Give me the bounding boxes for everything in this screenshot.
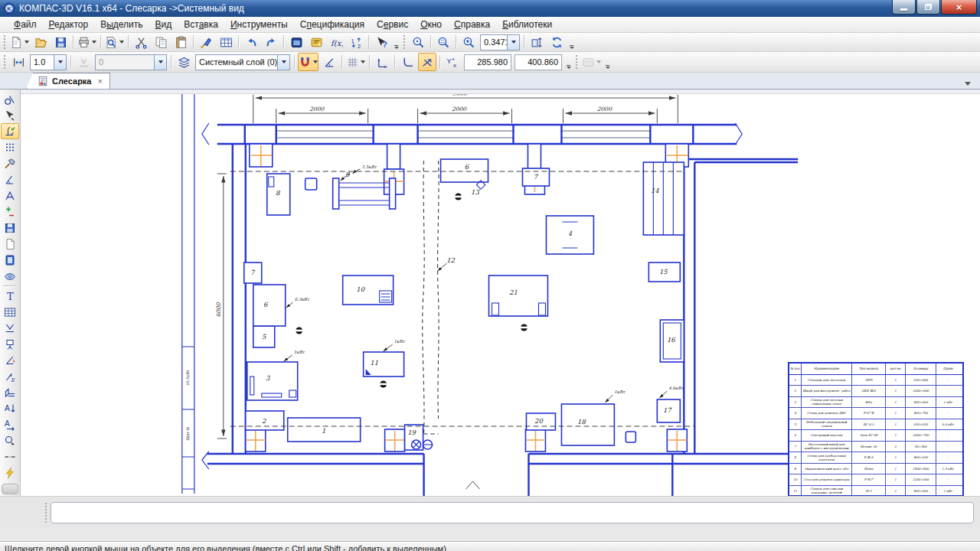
new-window-button[interactable] [287, 33, 305, 51]
tool-axis-line[interactable] [1, 448, 19, 465]
refresh-view-button[interactable] [547, 33, 566, 51]
minimize-button[interactable] [892, 0, 916, 15]
zoom-area-button[interactable] [434, 33, 452, 51]
tool-geometry[interactable] [1, 91, 19, 107]
zoom-selection-button[interactable] [409, 33, 427, 51]
menu-item-specification[interactable]: Спецификация [294, 18, 371, 31]
toolbar-drag-handle[interactable] [403, 34, 406, 50]
tool-angle-dimension[interactable] [1, 352, 19, 368]
tool-electric[interactable] [1, 465, 19, 481]
paste-button[interactable] [172, 33, 190, 51]
tool-marks[interactable] [1, 320, 19, 336]
redo-button[interactable] [262, 33, 280, 51]
cursor-step-button[interactable] [9, 53, 28, 71]
tool-points[interactable] [1, 139, 19, 155]
styles-button[interactable] [581, 53, 602, 71]
local-cs-button[interactable] [373, 53, 391, 71]
save-button[interactable] [51, 33, 70, 51]
tool-parametrization[interactable] [1, 171, 19, 187]
tool-fence[interactable] [1, 384, 19, 400]
close-button[interactable]: × [941, 0, 977, 15]
tool-insert-object[interactable] [1, 268, 19, 284]
menu-item-edit[interactable]: Редактор [43, 18, 95, 31]
tool-text-right[interactable]: A [1, 416, 19, 432]
snap-button[interactable] [298, 53, 318, 71]
toolbar-drag-handle[interactable] [3, 54, 6, 70]
menu-item-view[interactable]: Вид [149, 18, 178, 31]
layer-combo-dropdown[interactable] [277, 55, 289, 70]
electrical-panel-strip[interactable]: 10.5кВт Щит № [182, 91, 194, 494]
copy-button[interactable] [152, 33, 170, 51]
menu-item-help[interactable]: Справка [448, 18, 496, 31]
print-button[interactable] [77, 33, 97, 51]
open-button[interactable] [31, 33, 50, 51]
tab-slesarka[interactable]: Слесарка × [26, 73, 110, 89]
variables-button[interactable]: f(x) [327, 33, 345, 51]
zoom-combo[interactable]: 0.3471 [480, 34, 520, 51]
spec-row[interactable]: 1Стеллаж для заготовокЗМЧ1630×600- [789, 375, 962, 386]
message-input-box[interactable] [51, 502, 974, 523]
support-button[interactable] [307, 33, 325, 51]
spec-row[interactable]: 11Станок для очистки корродир. деталейМ-… [789, 486, 962, 497]
ortho-drawing-button[interactable] [418, 53, 436, 71]
coord-y-field[interactable]: 400.860 [514, 54, 562, 70]
units-convert-button[interactable]: 12 [347, 33, 365, 51]
drawing-area[interactable]: 10.5кВт Щит № [21, 90, 980, 496]
spec-row[interactable]: 2Шкаф для инструмент. работОКБ ЖО11600×6… [789, 386, 962, 397]
tool-save-fragment[interactable] [1, 220, 19, 236]
step-combo-dropdown[interactable] [54, 55, 66, 70]
specification-button[interactable] [217, 33, 235, 51]
spec-row[interactable]: 5Небольшой сверлильный станокВС-4-31630×… [789, 419, 962, 431]
angle-snap-button[interactable] [320, 53, 338, 71]
tool-view-stand[interactable] [1, 336, 19, 352]
preview-button[interactable] [104, 33, 125, 51]
toolbar-drag-handle[interactable] [575, 54, 578, 70]
context-help-button[interactable]: ? [372, 33, 390, 51]
tool-editing[interactable] [1, 155, 19, 171]
tool-selection-cursor[interactable] [1, 107, 19, 123]
restore-button[interactable] [916, 0, 940, 15]
copy-step-button[interactable] [74, 53, 93, 71]
coord-x-field[interactable]: 285.980 [464, 54, 511, 70]
spec-row[interactable]: 4Стенд для ремонта ДВСР-07 В1800×700- [789, 408, 962, 419]
menu-item-select[interactable]: Выделить [94, 18, 149, 31]
cut-button[interactable] [132, 33, 150, 51]
panel-resize-grip[interactable] [2, 484, 18, 494]
menu-item-window[interactable]: Окно [414, 18, 448, 31]
tool-measure[interactable] [1, 187, 19, 204]
spec-row[interactable]: 7Настольный шкаф для приборов с инструме… [789, 442, 962, 453]
tool-table[interactable] [1, 304, 19, 320]
toolbar-overflow-button[interactable] [568, 34, 575, 51]
tool-annotations[interactable] [1, 123, 19, 139]
rounding-button[interactable] [398, 53, 416, 71]
tool-text-down[interactable]: A [1, 400, 19, 416]
specification-table[interactable]: № позНаименованиеТип-моделькол-воРазмеры… [788, 362, 964, 496]
tool-text[interactable]: T [1, 288, 19, 304]
equipment[interactable] [244, 159, 684, 450]
grid-button[interactable] [345, 53, 366, 71]
toolbar-overflow-button[interactable] [604, 54, 611, 70]
aux-combo-dropdown[interactable] [154, 55, 166, 70]
panel-drag-handle[interactable] [44, 502, 47, 523]
menu-item-insert[interactable]: Вставка [178, 18, 224, 31]
tool-e-mark[interactable]: E [1, 368, 19, 384]
menu-item-file[interactable]: Файл [8, 18, 43, 31]
toolbar-overflow-button[interactable] [393, 34, 400, 51]
fit-all-button[interactable] [528, 33, 546, 51]
undo-button[interactable] [242, 33, 260, 51]
tab-list-dropdown[interactable] [965, 82, 971, 86]
menu-item-service[interactable]: Сервис [371, 18, 414, 31]
tool-fragment[interactable] [1, 236, 19, 252]
vent-duct-12[interactable] [423, 161, 447, 434]
layer-combo[interactable]: Системный слой (0) [195, 54, 290, 70]
spec-row[interactable]: 10Стол для ремонта арматурыР-92711200×60… [789, 474, 962, 486]
zoom-combo-dropdown[interactable] [507, 35, 519, 50]
spec-row[interactable]: 6Слесарный верстакЗатк ХС 6811600×700- [789, 430, 962, 442]
layers-button[interactable] [175, 53, 193, 71]
toolbar-drag-handle[interactable] [3, 34, 6, 50]
tool-tolerances[interactable] [1, 204, 19, 220]
copy-properties-button[interactable] [197, 33, 215, 51]
new-document-button[interactable] [9, 33, 30, 51]
spec-row[interactable]: 3Станок для заточки спиральных сверлКБч1… [789, 397, 962, 409]
tab-close-icon[interactable]: × [97, 77, 102, 86]
